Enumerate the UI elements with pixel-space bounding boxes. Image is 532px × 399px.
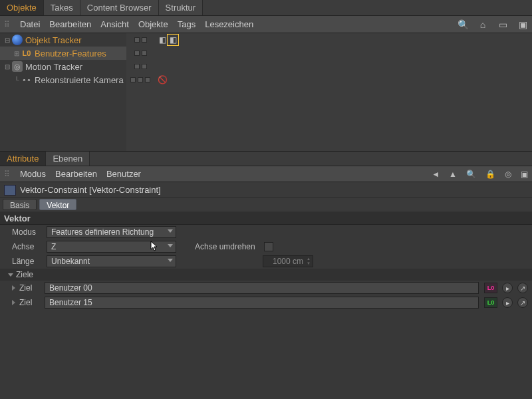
- lock-icon[interactable]: 🔒: [485, 170, 495, 179]
- tab-content-browser[interactable]: Content Browser: [80, 0, 159, 15]
- menu-objekte[interactable]: Objekte: [138, 19, 168, 29]
- triangle-right-icon[interactable]: [12, 285, 15, 291]
- triangle-right-icon[interactable]: [12, 300, 15, 305]
- label-ziel: Ziel: [19, 298, 42, 307]
- attribute-object-header: Vektor-Constraint [Vektor-Constraint]: [0, 182, 532, 198]
- tree-item-label: Motion Tracker: [25, 62, 82, 72]
- dropdown-achse-value: Z: [51, 242, 56, 251]
- hierarchy-vis-column: [126, 33, 154, 151]
- object-manager-tabstrip: Objekte Takes Content Browser Struktur: [0, 0, 532, 16]
- tree-row[interactable]: ⊞L0Benutzer-Features: [0, 47, 126, 60]
- dropdown-modus-value: Features definieren Richtung: [51, 227, 154, 237]
- tree-row[interactable]: ⊟Objekt Tracker: [0, 33, 126, 47]
- tab-struktur[interactable]: Struktur: [159, 0, 203, 15]
- tree-item-label: Rekonstruierte Kamera: [35, 75, 124, 85]
- row-achse: Achse Z Achse umdrehen: [0, 239, 532, 254]
- menu-datei[interactable]: Datei: [20, 19, 40, 29]
- tab-ebenen[interactable]: Ebenen: [46, 152, 90, 166]
- attribute-tabstrip: Attribute Ebenen: [0, 152, 532, 166]
- label-achse-umdrehen: Achse umdrehen: [195, 242, 261, 251]
- subtab-basis[interactable]: Basis: [3, 199, 37, 210]
- label-laenge: Länge: [12, 257, 44, 266]
- menu-lesezeichen[interactable]: Lesezeichen: [205, 19, 253, 29]
- spinner-icon[interactable]: ▲▼: [305, 257, 312, 266]
- chevron-down-icon: [168, 259, 173, 262]
- dropdown-achse[interactable]: Z: [47, 241, 176, 253]
- tree-item-label: Objekt Tracker: [25, 35, 82, 45]
- tab-objekte[interactable]: Objekte: [0, 0, 44, 15]
- search-icon[interactable]: 🔍: [466, 170, 476, 179]
- group-ziele-label: Ziele: [16, 270, 33, 279]
- ziel-row: ZielBenutzer 00L0▸↗: [0, 281, 532, 295]
- triangle-right-icon[interactable]: ▸: [502, 283, 513, 293]
- menu-ansicht[interactable]: Ansicht: [100, 19, 129, 29]
- input-length-value: 1000 cm: [273, 257, 303, 266]
- section-vektor-title: Vektor: [0, 211, 532, 225]
- target-icon[interactable]: ◎: [505, 170, 511, 179]
- back-icon[interactable]: ◄: [432, 170, 440, 179]
- triangle-right-icon[interactable]: ▸: [502, 297, 513, 308]
- home-icon[interactable]: ⌂: [477, 19, 488, 30]
- object-hierarchy: ⊟Objekt Tracker⊞L0Benutzer-Features⊟◎Mot…: [0, 33, 532, 152]
- checkbox-achse-umdrehen[interactable]: [264, 242, 273, 251]
- tag-row: [154, 47, 532, 60]
- group-ziele[interactable]: Ziele: [0, 269, 532, 281]
- tag-a[interactable]: ◧: [157, 35, 168, 45]
- ziel-row: ZielBenutzer 15L0▸↗: [0, 295, 532, 310]
- hierarchy-tags-column: ◧◧🚫: [154, 33, 532, 151]
- linkfield-ziel[interactable]: Benutzer 00: [45, 282, 479, 294]
- vis-dots[interactable]: [126, 73, 154, 86]
- maximize-icon[interactable]: ▣: [521, 170, 528, 179]
- maximize-icon[interactable]: ▣: [517, 19, 528, 30]
- undock-icon[interactable]: ▭: [497, 19, 508, 30]
- tag-row: [154, 60, 532, 73]
- picker-icon[interactable]: ↗: [517, 283, 528, 293]
- hierarchy-tree-column: ⊟Objekt Tracker⊞L0Benutzer-Features⊟◎Mot…: [0, 33, 126, 151]
- menu-tags[interactable]: Tags: [178, 19, 196, 29]
- attr-menu-modus[interactable]: Modus: [20, 169, 46, 179]
- dropdown-laenge[interactable]: Unbekannt: [47, 255, 176, 267]
- tag-b[interactable]: ◧: [168, 35, 178, 45]
- expand-icon[interactable]: ⊟: [4, 37, 11, 44]
- label-ziel: Ziel: [19, 283, 42, 293]
- grip-icon[interactable]: ⠿: [4, 170, 11, 179]
- constraint-tag-icon: [4, 185, 16, 196]
- tab-takes[interactable]: Takes: [44, 0, 80, 15]
- chevron-down-icon: [168, 229, 173, 233]
- picker-icon[interactable]: ↗: [517, 297, 528, 308]
- vis-dots[interactable]: [126, 60, 154, 73]
- tag-row: ◧◧: [154, 33, 532, 47]
- subtab-vektor[interactable]: Vektor: [39, 199, 76, 210]
- object-manager-menubar: ⠿ Datei Bearbeiten Ansicht Objekte Tags …: [0, 16, 532, 33]
- label-achse: Achse: [12, 242, 44, 251]
- expand-icon[interactable]: ⊟: [4, 63, 11, 70]
- tree-row[interactable]: ⊟◎Motion Tracker: [0, 60, 126, 73]
- dropdown-laenge-value: Unbekannt: [51, 257, 90, 266]
- stop-icon[interactable]: 🚫: [157, 74, 168, 85]
- menu-bearbeiten[interactable]: Bearbeiten: [49, 19, 91, 29]
- chevron-down-icon: [168, 244, 173, 247]
- tree-row[interactable]: └∘∘Rekonstruierte Kamera: [0, 73, 126, 86]
- attr-menu-benutzer[interactable]: Benutzer: [106, 169, 141, 179]
- dropdown-modus[interactable]: Features definieren Richtung: [47, 226, 176, 238]
- expand-icon[interactable]: └: [13, 76, 20, 84]
- search-icon[interactable]: 🔍: [458, 19, 468, 30]
- input-length[interactable]: 1000 cm ▲▼: [263, 255, 313, 267]
- tab-attribute[interactable]: Attribute: [0, 152, 46, 166]
- row-laenge: Länge Unbekannt 1000 cm ▲▼: [0, 254, 532, 269]
- vis-dots[interactable]: [126, 47, 154, 60]
- vis-dots[interactable]: [126, 33, 154, 47]
- tree-item-label: Benutzer-Features: [35, 49, 106, 59]
- layer-badge[interactable]: L0: [484, 283, 497, 293]
- triangle-down-icon: [8, 273, 13, 277]
- layer-badge[interactable]: L0: [484, 297, 497, 308]
- grip-icon[interactable]: ⠿: [4, 20, 11, 29]
- attribute-subtabs: Basis Vektor: [0, 198, 532, 211]
- expand-icon[interactable]: ⊞: [13, 50, 20, 57]
- attribute-object-title: Vektor-Constraint [Vektor-Constraint]: [20, 185, 161, 195]
- linkfield-ziel[interactable]: Benutzer 15: [45, 297, 479, 309]
- row-modus: Modus Features definieren Richtung: [0, 225, 532, 239]
- attr-menu-bearbeiten[interactable]: Bearbeiten: [55, 169, 97, 179]
- attribute-menubar: ⠿ Modus Bearbeiten Benutzer ◄ ▲ 🔍 🔒 ◎ ▣: [0, 166, 532, 182]
- up-arrow-icon[interactable]: ▲: [449, 170, 457, 179]
